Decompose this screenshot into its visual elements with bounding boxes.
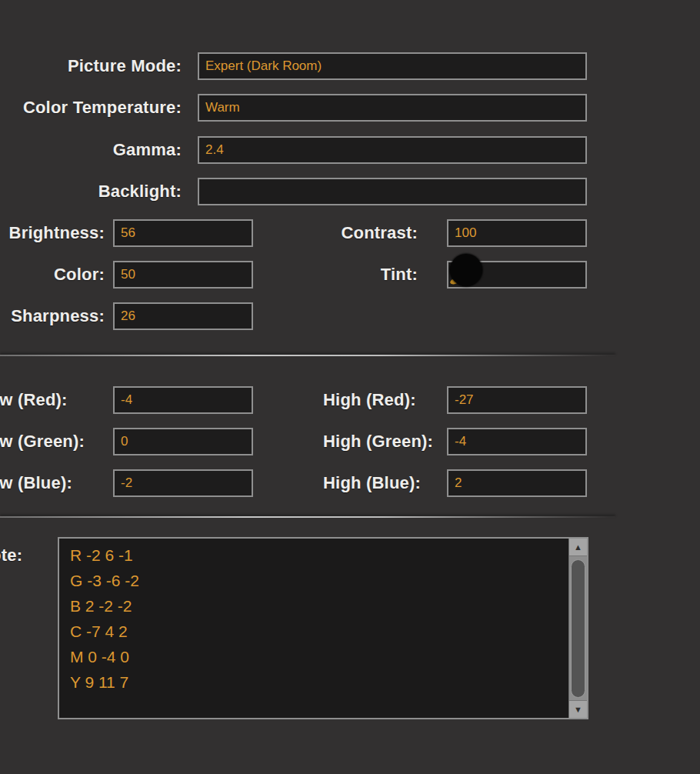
low-red-label: Low (Red): [0, 386, 68, 414]
scrollbar-thumb[interactable] [571, 559, 585, 698]
backlight-label: Backlight: [98, 178, 182, 205]
picture-mode-input[interactable] [198, 52, 587, 80]
section-divider-1 [0, 355, 615, 356]
color-temperature-input[interactable] [198, 94, 587, 122]
scroll-up-button[interactable]: ▲ [569, 539, 587, 556]
high-blue-input[interactable] [447, 469, 587, 497]
redaction-dot [450, 254, 482, 286]
sharpness-input[interactable] [113, 302, 253, 330]
high-red-label: High (Red): [323, 386, 416, 414]
sharpness-label: Sharpness: [11, 302, 105, 330]
low-blue-input[interactable] [113, 469, 253, 497]
brightness-label: Brightness: [9, 219, 105, 247]
high-green-input[interactable] [447, 428, 587, 455]
high-green-label: High (Green): [323, 428, 433, 455]
low-blue-label: Low (Blue): [0, 469, 72, 497]
note-textarea[interactable]: R -2 6 -1 G -3 -6 -2 B 2 -2 -2 C -7 4 2 … [58, 537, 588, 719]
color-input[interactable] [113, 261, 253, 289]
gamma-input[interactable] [198, 136, 587, 164]
color-label: Color: [54, 261, 105, 289]
low-green-label: Low (Green): [0, 428, 85, 455]
contrast-input[interactable] [447, 219, 587, 247]
note-scrollbar[interactable]: ▲ ▼ [568, 539, 587, 718]
note-label: Note: [0, 542, 22, 569]
scroll-down-button[interactable]: ▼ [569, 700, 587, 718]
low-red-input[interactable] [113, 386, 253, 414]
picture-settings-panel: Picture Mode: Color Temperature: Gamma: … [0, 0, 700, 774]
backlight-input[interactable] [198, 178, 587, 205]
contrast-label: Contrast: [341, 219, 418, 247]
note-text: R -2 6 -1 G -3 -6 -2 B 2 -2 -2 C -7 4 2 … [70, 542, 561, 715]
section-divider-2 [0, 516, 615, 518]
color-temperature-label: Color Temperature: [23, 94, 182, 122]
picture-mode-label: Picture Mode: [68, 52, 182, 80]
scroll-up-icon: ▲ [574, 543, 582, 552]
high-blue-label: High (Blue): [323, 469, 421, 497]
gamma-label: Gamma: [113, 136, 182, 164]
low-green-input[interactable] [113, 428, 253, 455]
tint-label: Tint: [381, 261, 418, 289]
scroll-down-icon: ▼ [574, 706, 582, 714]
high-red-input[interactable] [447, 386, 587, 414]
brightness-input[interactable] [113, 219, 253, 247]
